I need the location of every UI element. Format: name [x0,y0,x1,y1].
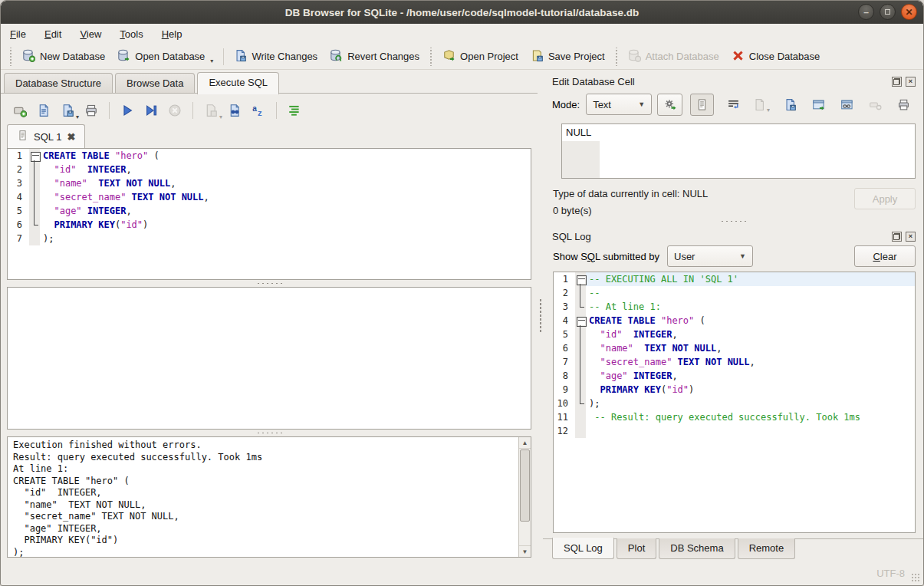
close-dock-icon[interactable]: × [906,77,916,87]
fold-margin [575,410,586,424]
button-label: Open Database [135,51,205,62]
tab-browse-data[interactable]: Browse Data [115,73,195,94]
text-mode-button[interactable] [690,94,714,116]
chevron-down-icon[interactable]: ▾ [210,58,213,64]
save-project-icon [531,49,544,64]
fold-marker[interactable] [575,272,586,286]
tab-plot[interactable]: Plot [617,538,656,559]
open-project-button[interactable]: Open Project [436,47,524,67]
messages-scrollbar[interactable]: ▲ ▼ [518,437,531,557]
mode-label: Mode: [552,99,580,110]
scroll-down-arrow[interactable]: ▼ [519,545,531,557]
fold-marker [29,204,40,218]
execute-all-button[interactable] [119,102,136,119]
write-changes-button[interactable]: Write Changes [228,47,324,67]
scroll-up-arrow[interactable]: ▲ [519,437,531,449]
scrollbar-thumb[interactable] [520,449,530,522]
sql-editor[interactable]: 1CREATE TABLE "hero" (2 "id" INTEGER,3 "… [7,148,531,280]
find-replace-button[interactable] [226,102,243,119]
line-number: 2 [8,163,29,176]
export-button[interactable] [781,95,799,114]
attach-database-button: Attach Database [622,47,725,67]
fold-marker [575,328,586,341]
cell-value-editor[interactable]: NULL [561,123,916,179]
close-tab-icon[interactable]: ✖ [67,131,75,143]
menu-help[interactable]: Help [162,28,182,40]
new-database-button[interactable]: New Database [16,47,111,67]
menu-view[interactable]: View [80,28,101,40]
toolbar-drag-handle[interactable] [429,48,433,66]
document-icon [17,130,28,143]
code-text: "id" INTEGER, [586,328,915,341]
menu-tools[interactable]: Tools [120,28,143,40]
copy-link-button[interactable] [837,95,856,114]
save-sql-button[interactable]: ▾ [59,102,76,119]
minimize-button[interactable]: – [858,4,874,20]
code-text: -- EXECUTING ALL IN 'SQL 1' [586,272,915,286]
close-database-icon [732,49,745,64]
menu-file[interactable]: File [10,28,26,40]
splitter-left-right[interactable] [538,70,543,561]
cell-value: NULL [566,127,591,138]
close-button[interactable]: ✕ [901,4,917,20]
tab-database-structure[interactable]: Database Structure [4,73,113,94]
auto-switch-mode-button[interactable] [657,94,682,116]
menu-edit[interactable]: Edit [44,28,61,40]
sql-log-filter-row: Show SQL submitted by User ▼ Clear [543,244,923,272]
import-button: ▾ [752,95,771,114]
write-changes-icon [234,49,247,64]
sql-file-tab[interactable]: SQL 1✖ [7,124,85,148]
messages-pane[interactable]: Execution finished without errors. Resul… [7,436,531,558]
code-line: 1-- EXECUTING ALL IN 'SQL 1' [554,272,915,286]
float-dock-icon[interactable] [892,232,902,242]
fold-marker[interactable] [575,314,586,328]
fold-marker[interactable] [29,149,40,163]
indent-button[interactable] [286,102,303,119]
tab-remote[interactable]: Remote [738,538,796,559]
tab-new-button[interactable] [12,102,28,119]
execute-line-button[interactable] [143,102,159,119]
line-number: 9 [554,383,575,397]
splitter-results-messages[interactable] [1,430,538,436]
splitter-editor-results[interactable] [1,280,538,287]
toolbar-drag-handle[interactable] [8,48,13,66]
fold-marker [575,355,586,369]
print-cell-button[interactable] [894,95,912,114]
toolbar-drag-handle[interactable] [614,48,619,66]
tab-execute-sql[interactable]: Execute SQL [197,72,279,94]
code-line: 10); [554,397,915,410]
close-database-button[interactable]: Close Database [725,47,827,67]
format-az-button[interactable]: az [250,102,267,119]
float-dock-icon[interactable] [892,77,902,87]
save-project-button[interactable]: Save Project [524,47,611,67]
clear-log-button[interactable]: Clear [854,245,916,267]
open-external-button[interactable] [809,95,827,114]
tab-db-schema[interactable]: DB Schema [659,538,735,559]
code-text: CREATE TABLE "hero" ( [586,314,915,328]
code-line: 4CREATE TABLE "hero" ( [554,314,915,328]
log-filter-select[interactable]: User ▼ [667,245,753,267]
revert-changes-button[interactable]: Revert Changes [324,47,426,67]
print-button[interactable] [83,102,100,119]
close-dock-icon[interactable]: × [906,232,916,242]
tab-sql-log[interactable]: SQL Log [552,538,614,559]
mode-select[interactable]: Text ▼ [586,94,652,115]
sql-log-view[interactable]: 1-- EXECUTING ALL IN 'SQL 1'2--3-- At li… [553,272,916,533]
code-text: "age" INTEGER, [586,369,915,383]
code-text: "name" TEXT NOT NULL, [586,341,915,355]
cell-editor-margin [562,141,600,178]
code-text: -- Result: query executed successfully. … [586,410,915,424]
open-database-button[interactable]: Open Database▾ [111,47,219,67]
toolbar-separator [223,48,224,65]
resize-grip[interactable] [911,573,921,583]
line-number: 6 [8,218,29,232]
line-number: 12 [554,424,575,438]
maximize-icon [885,9,890,15]
word-wrap-button[interactable] [724,95,742,114]
code-text: PRIMARY KEY("id") [586,383,915,397]
maximize-button[interactable] [880,4,896,20]
open-sql-button[interactable] [35,102,52,119]
splitter-docks[interactable] [543,216,923,226]
chevron-down-icon: ▾ [767,107,770,114]
results-pane[interactable] [7,287,531,430]
